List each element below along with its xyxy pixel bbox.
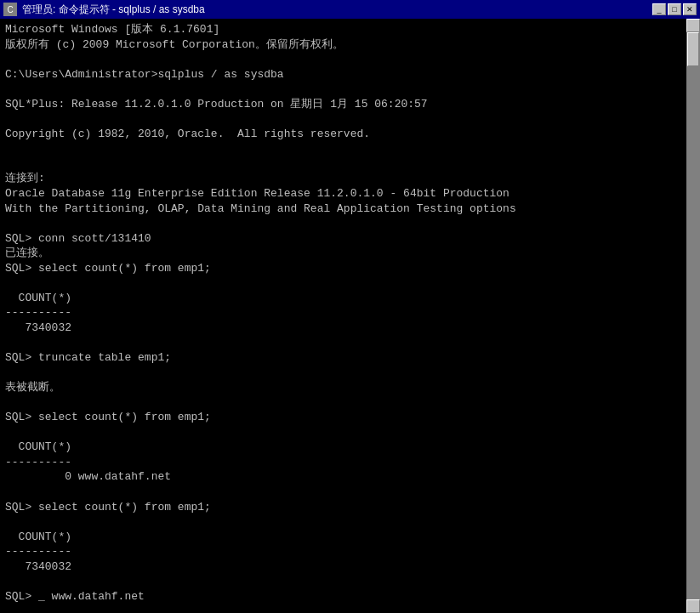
terminal-line: SQL> select count(*) from emp1; — [5, 410, 695, 425]
terminal-line — [5, 52, 695, 67]
terminal-line: SQL> truncate table emp1; — [5, 350, 695, 366]
terminal-line: COUNT(*) — [5, 291, 695, 306]
scroll-down-button[interactable]: ▼ — [686, 599, 700, 613]
terminal-content: Microsoft Windows [版本 6.1.7601]版权所有 (c) … — [5, 22, 695, 604]
terminal-line: 7340032 — [5, 559, 695, 575]
terminal-line: ---------- — [5, 455, 695, 470]
terminal-line: Copyright (c) 1982, 2010, Oracle. All ri… — [5, 127, 695, 142]
terminal-line — [5, 82, 695, 97]
terminal-line: 版权所有 (c) 2009 Microsoft Corporation。保留所有… — [5, 37, 695, 53]
terminal-line — [5, 156, 695, 172]
terminal-line: SQL*Plus: Release 11.2.0.1.0 Production … — [5, 97, 695, 112]
scroll-track[interactable] — [686, 32, 700, 599]
minimize-button[interactable]: _ — [652, 3, 666, 15]
terminal-line: 已连接。 — [5, 246, 695, 261]
terminal-line: 0 www.datahf.net — [5, 469, 695, 485]
title-bar-buttons: _ □ ✕ — [652, 3, 697, 15]
terminal-line: COUNT(*) — [5, 530, 695, 545]
terminal-line: ---------- — [5, 305, 695, 321]
window: C 管理员: 命令提示符 - sqlplus / as sysdba _ □ ✕… — [0, 0, 700, 613]
close-button[interactable]: ✕ — [683, 3, 697, 15]
terminal-line — [5, 574, 695, 589]
terminal-line — [5, 335, 695, 350]
terminal-line — [5, 275, 695, 291]
scroll-thumb[interactable] — [687, 32, 699, 66]
maximize-button[interactable]: □ — [668, 3, 681, 15]
terminal-line: SQL> select count(*) from emp1; — [5, 261, 695, 276]
terminal-line — [5, 111, 695, 127]
terminal-line: Oracle Database 11g Enterprise Edition R… — [5, 186, 695, 201]
terminal-line: Microsoft Windows [版本 6.1.7601] — [5, 22, 695, 37]
terminal-line: SQL> _ www.datahf.net — [5, 589, 695, 604]
terminal-line: SQL> conn scott/131410 — [5, 231, 695, 247]
title-bar: C 管理员: 命令提示符 - sqlplus / as sysdba _ □ ✕ — [0, 0, 700, 19]
scroll-up-button[interactable]: ▲ — [686, 19, 700, 32]
terminal-line: ---------- — [5, 544, 695, 559]
terminal-line — [5, 425, 695, 440]
terminal-line — [5, 216, 695, 231]
terminal-line — [5, 485, 695, 500]
scrollbar[interactable]: ▲ ▼ — [686, 19, 700, 613]
terminal-line: SQL> select count(*) from emp1; — [5, 500, 695, 515]
terminal-line: 表被截断。 — [5, 380, 695, 395]
terminal-line — [5, 141, 695, 156]
title-bar-left: C 管理员: 命令提示符 - sqlplus / as sysdba — [3, 3, 205, 17]
terminal-line: 7340032 — [5, 321, 695, 336]
cmd-icon: C — [3, 3, 17, 16]
title-text: 管理员: 命令提示符 - sqlplus / as sysdba — [22, 3, 205, 17]
terminal-line — [5, 395, 695, 411]
terminal-line: C:\Users\Administrator>sqlplus / as sysd… — [5, 67, 695, 82]
terminal[interactable]: Microsoft Windows [版本 6.1.7601]版权所有 (c) … — [0, 19, 700, 613]
terminal-line: COUNT(*) — [5, 440, 695, 455]
terminal-line — [5, 514, 695, 530]
terminal-line: 连接到: — [5, 171, 695, 186]
terminal-line: With the Partitioning, OLAP, Data Mining… — [5, 201, 695, 217]
terminal-line — [5, 366, 695, 381]
